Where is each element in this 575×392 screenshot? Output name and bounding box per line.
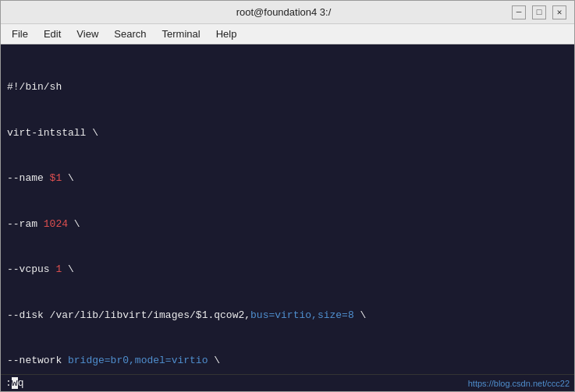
close-button[interactable]: ✕	[552, 5, 566, 19]
vim-command: :wq	[5, 377, 23, 389]
terminal-window: root@foundation4 3:/ ─ □ ✕ File Edit Vie…	[0, 0, 575, 392]
line-1: #!/bin/sh	[7, 79, 568, 95]
terminal-content-area[interactable]: #!/bin/sh virt-intstall \ --name $1 \ --…	[1, 44, 574, 374]
line-2: virt-intstall \	[7, 125, 568, 141]
menu-file[interactable]: File	[4, 26, 36, 41]
line-3: --name $1 \	[7, 171, 568, 186]
line-7: --network bridge=br0,model=virtio \	[7, 353, 568, 369]
window-title: root@foundation4 3:/	[55, 6, 512, 18]
title-bar: root@foundation4 3:/ ─ □ ✕	[1, 1, 574, 24]
menu-search[interactable]: Search	[106, 26, 154, 41]
watermark: https://blog.csdn.net/ccc22	[468, 379, 570, 388]
line-5: --vcpus 1 \	[7, 262, 568, 277]
maximize-button[interactable]: □	[532, 5, 546, 19]
line-4: --ram 1024 \	[7, 217, 568, 232]
cursor: w	[12, 377, 18, 389]
status-bar: :wq https://blog.csdn.net/ccc22	[1, 374, 574, 391]
menu-edit[interactable]: Edit	[36, 26, 69, 41]
window-controls: ─ □ ✕	[512, 5, 566, 19]
menu-terminal[interactable]: Terminal	[154, 26, 208, 41]
menu-help[interactable]: Help	[208, 26, 245, 41]
terminal-text: #!/bin/sh virt-intstall \ --name $1 \ --…	[7, 49, 568, 374]
menubar: File Edit View Search Terminal Help	[1, 24, 574, 44]
menu-view[interactable]: View	[69, 26, 106, 41]
minimize-button[interactable]: ─	[512, 5, 526, 19]
line-6: --disk /var/lib/libvirt/images/$1.qcow2,…	[7, 308, 568, 323]
